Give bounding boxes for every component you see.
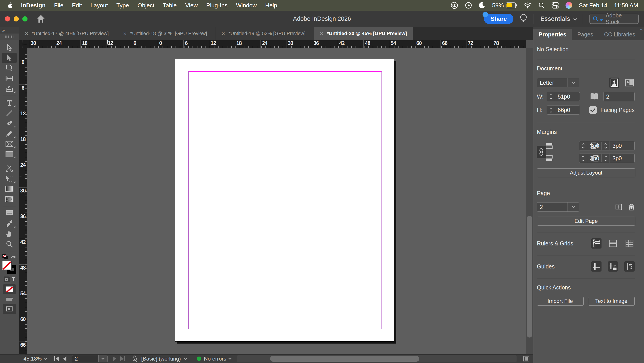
vertical-ruler[interactable]: 0612182430364248546066 [19,48,27,354]
import-file-button[interactable]: Import File [537,297,584,306]
vertical-scrollbar[interactable] [526,48,533,354]
menu-window[interactable]: Window [236,2,257,9]
page-count-field[interactable]: 2 [603,92,634,101]
close-tab-icon[interactable] [320,31,323,36]
previous-page-button[interactable] [63,356,66,361]
portrait-orientation-button[interactable] [609,77,620,88]
zoom-window-button[interactable] [22,16,28,21]
horizontal-scrollbar[interactable] [237,356,516,362]
menu-plugins[interactable]: Plug-Ins [206,2,228,9]
last-page-button[interactable] [120,356,125,361]
rectangle-tool[interactable] [2,149,17,159]
document-tab[interactable]: *Untitled-18 @ 32% [GPU Preview] [118,27,216,40]
height-field[interactable]: 66p0 [547,105,580,115]
margin-top-stepper[interactable] [579,141,587,150]
toolbar-drag-handle[interactable] [0,33,19,40]
add-page-button[interactable] [616,204,622,210]
adjust-layout-button[interactable]: Adjust Layout [537,168,635,177]
zoom-tool[interactable] [2,239,17,249]
ruler-origin-corner[interactable] [19,40,27,48]
scrollbar-end-controls[interactable] [523,356,529,362]
workspace-switcher[interactable]: Essentials [540,15,576,22]
line-tool[interactable] [2,108,17,118]
formatting-affects-container-icon[interactable] [4,277,10,282]
margin-inside-stepper[interactable] [602,141,610,150]
page-size-select[interactable]: Letter [537,78,580,87]
type-tool[interactable] [2,98,17,108]
page-select[interactable]: 2 [537,202,580,212]
text-to-image-button[interactable]: Text to Image [588,297,635,306]
next-page-button[interactable] [113,356,116,361]
menu-date[interactable]: Sat Feb 14 [579,2,607,9]
document-tab[interactable]: *Untitled-20 @ 45% [GPU Preview] [314,27,413,40]
pencil-tool[interactable] [2,128,17,139]
page-list-dropdown-icon[interactable] [98,356,107,362]
horizontal-scrollbar-thumb[interactable] [270,356,419,362]
scissors-tool[interactable] [2,163,17,173]
frame-tool[interactable] [2,139,17,149]
show-guides-button[interactable] [591,261,602,272]
minimize-window-button[interactable] [14,16,19,21]
close-tab-icon[interactable] [222,31,225,36]
menu-type[interactable]: Type [116,2,129,9]
horizontal-ruler[interactable]: 30241812606121824303642485460667278 [27,40,526,48]
menu-layout[interactable]: Layout [90,2,108,9]
preflight-menu[interactable]: [Basic] (working) [132,356,186,362]
panel-tab[interactable]: Properties [533,29,572,40]
gradient-feather-tool[interactable] [2,194,17,204]
fill-swatch[interactable] [2,261,12,270]
menu-object[interactable]: Object [138,2,154,9]
learn-bulb-icon[interactable] [520,14,527,24]
direct-selection-tool[interactable] [2,53,17,63]
margin-outside-stepper[interactable] [602,154,610,163]
pen-tool[interactable] [2,118,17,128]
height-stepper[interactable] [547,105,555,114]
play-status-icon[interactable] [465,2,472,9]
first-page-button[interactable] [54,356,59,361]
apply-none-button[interactable] [3,284,16,294]
swap-fill-stroke-icon[interactable] [10,255,16,260]
battery-indicator[interactable]: 59% [492,2,517,9]
gradient-swatch-tool[interactable] [2,184,17,194]
margin-bottom-stepper[interactable] [579,154,587,163]
margin-inside-field[interactable]: 3p0 [602,141,634,150]
pasteboard[interactable] [27,48,526,354]
control-center-icon[interactable] [552,2,559,9]
creative-cloud-icon[interactable] [450,1,458,9]
hand-tool[interactable] [2,229,17,239]
menu-view[interactable]: View [185,2,198,9]
menu-file[interactable]: File [54,2,64,9]
document-grid-button[interactable] [624,238,634,249]
content-collector-tool[interactable] [2,84,17,94]
width-field[interactable]: 51p0 [547,92,580,101]
menu-time[interactable]: 11:59 AM [614,2,638,9]
formatting-affects-text-icon[interactable]: T [12,276,15,283]
document-tab[interactable]: *Untitled-19 @ 53% [GPU Preview] [216,27,314,40]
panel-tab[interactable]: CC Libraries [599,29,641,40]
show-rulers-button[interactable] [591,238,602,249]
spotlight-search-icon[interactable] [538,2,545,9]
menu-table[interactable]: Table [163,2,177,9]
note-tool[interactable] [2,208,17,218]
wifi-icon[interactable] [524,2,532,8]
panel-tab[interactable]: Pages [572,29,599,40]
vertical-scrollbar-thumb[interactable] [527,216,532,338]
page-tool[interactable] [2,63,17,73]
close-tab-icon[interactable] [25,31,28,36]
free-transform-tool[interactable] [2,173,17,184]
landscape-orientation-button[interactable] [624,77,634,88]
width-stepper[interactable] [547,92,555,101]
toolbar-collapse-button[interactable] [0,27,19,33]
adobe-stock-search[interactable]: Adobe Stock [590,14,639,24]
gap-tool[interactable] [2,73,17,84]
eyedropper-tool[interactable] [2,218,17,229]
default-fill-stroke-icon[interactable] [2,254,8,260]
document-page[interactable] [175,59,394,342]
screen-mode-button[interactable] [3,304,16,314]
baseline-grid-button[interactable] [608,238,618,249]
margin-outside-field[interactable]: 3p0 [602,154,634,163]
close-tab-icon[interactable] [123,31,126,36]
share-button[interactable]: Share [484,14,514,24]
menu-help[interactable]: Help [265,2,277,9]
apple-menu-icon[interactable] [7,2,12,9]
